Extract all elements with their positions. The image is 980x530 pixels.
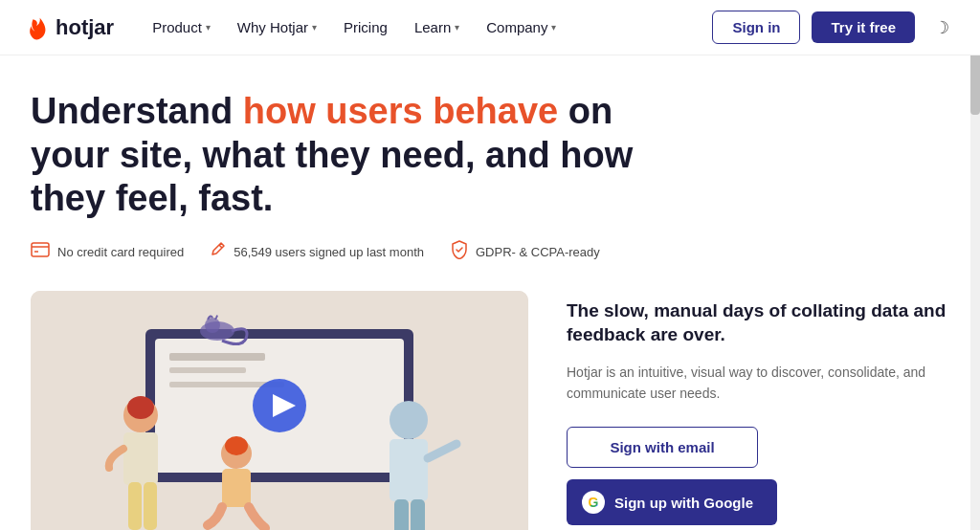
illustration-svg <box>31 291 528 530</box>
right-panel-description: Hotjar is an intuitive, visual way to di… <box>567 363 949 404</box>
headline-highlight: how users behave <box>243 91 558 131</box>
svg-point-22 <box>390 401 428 439</box>
chevron-down-icon: ▾ <box>455 22 459 33</box>
shield-check-icon <box>451 240 468 264</box>
right-panel-tagline: The slow, manual days of collating data … <box>567 298 949 347</box>
hero-illustration <box>31 291 528 530</box>
trust-badges: No credit card required 56,549 users sig… <box>31 240 949 264</box>
badge-users-signup: 56,549 users signed up last month <box>211 241 424 263</box>
badge-text-credit-card: No credit card required <box>57 245 184 259</box>
svg-rect-8 <box>169 367 246 373</box>
svg-rect-7 <box>169 353 265 361</box>
try-free-button[interactable]: Try it free <box>812 11 915 43</box>
pencil-icon <box>211 241 226 263</box>
nav-item-pricing[interactable]: Pricing <box>332 11 399 43</box>
nav-links: Product ▾ Why Hotjar ▾ Pricing Learn ▾ C… <box>141 11 712 43</box>
nav-item-company[interactable]: Company ▾ <box>475 11 568 43</box>
chevron-down-icon: ▾ <box>551 22 556 33</box>
badge-text-gdpr: GDPR- & CCPA-ready <box>476 245 600 259</box>
dark-mode-toggle[interactable]: ☽ <box>926 12 957 43</box>
chevron-down-icon: ▾ <box>312 22 317 33</box>
svg-point-16 <box>127 396 154 419</box>
nav-item-product[interactable]: Product ▾ <box>141 11 222 43</box>
svg-rect-25 <box>411 499 425 530</box>
nav-item-whyhotjar[interactable]: Why Hotjar ▾ <box>226 11 328 43</box>
svg-point-13 <box>205 318 220 333</box>
logo[interactable]: hotjar <box>23 14 114 41</box>
nav-label-product: Product <box>152 19 202 35</box>
nav-actions: Sign in Try it free ☽ <box>712 11 957 44</box>
svg-rect-0 <box>32 243 49 256</box>
headline-part1: Understand <box>31 91 243 131</box>
hotjar-logo-icon <box>23 14 50 41</box>
navbar: hotjar Product ▾ Why Hotjar ▾ Pricing Le… <box>0 0 980 55</box>
logo-text: hotjar <box>56 15 114 40</box>
nav-label-pricing: Pricing <box>344 19 388 35</box>
svg-rect-21 <box>222 469 251 507</box>
credit-card-icon <box>31 242 50 262</box>
svg-line-3 <box>219 245 222 248</box>
svg-rect-23 <box>390 439 428 501</box>
svg-point-20 <box>225 436 248 455</box>
scrollbar[interactable] <box>970 0 980 530</box>
hero-headline: Understand how users behave on your site… <box>31 90 662 221</box>
badge-text-users: 56,549 users signed up last month <box>234 245 424 259</box>
google-icon: G <box>582 491 605 514</box>
svg-rect-17 <box>128 482 142 530</box>
signin-button[interactable]: Sign in <box>712 11 800 44</box>
two-col-section: The slow, manual days of collating data … <box>31 291 949 530</box>
nav-item-learn[interactable]: Learn ▾ <box>403 11 471 43</box>
main-content: Understand how users behave on your site… <box>0 55 980 530</box>
svg-rect-24 <box>394 499 409 530</box>
nav-label-whyhotjar: Why Hotjar <box>237 19 308 35</box>
right-panel: The slow, manual days of collating data … <box>567 291 949 526</box>
svg-rect-18 <box>144 482 157 530</box>
signup-email-button[interactable]: Sign with email <box>567 427 758 468</box>
nav-label-learn: Learn <box>414 19 451 35</box>
nav-label-company: Company <box>486 19 547 35</box>
signup-google-button[interactable]: G Sign up with Google <box>567 479 777 525</box>
chevron-down-icon: ▾ <box>206 22 211 33</box>
badge-no-credit-card: No credit card required <box>31 242 184 262</box>
svg-rect-15 <box>123 432 158 485</box>
badge-gdpr: GDPR- & CCPA-ready <box>451 240 600 264</box>
google-btn-label: Sign up with Google <box>614 495 753 511</box>
